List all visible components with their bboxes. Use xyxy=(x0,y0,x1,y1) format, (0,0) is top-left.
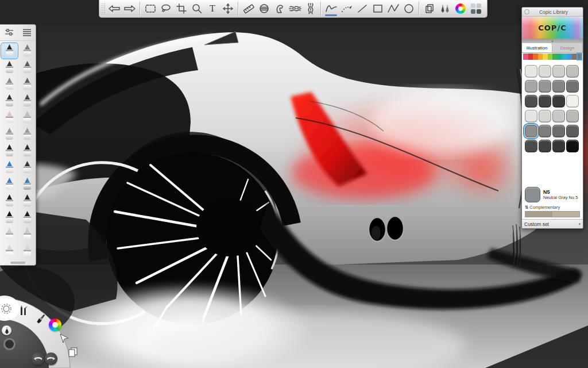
cursor-icon[interactable] xyxy=(58,332,71,344)
brush-soft-brush-angled[interactable] xyxy=(18,209,36,226)
layers-icon[interactable] xyxy=(67,346,79,358)
color-swatch-17[interactable] xyxy=(539,125,551,137)
draw-ellipse-tool-button[interactable] xyxy=(401,1,416,17)
brush-mop-brush-2[interactable] xyxy=(18,243,36,259)
redo-tool-button[interactable] xyxy=(122,1,137,17)
brush-palette-tool-button[interactable] xyxy=(437,1,452,17)
brush-bullet-tip-pen[interactable] xyxy=(1,76,18,93)
hue-swatch-4[interactable] xyxy=(543,53,548,60)
color-swatch-19[interactable] xyxy=(566,125,579,137)
copic-tab-illustration[interactable]: Illustration xyxy=(522,43,552,52)
color-swatch-5[interactable] xyxy=(539,80,551,93)
brush-paint-can[interactable] xyxy=(1,126,18,143)
zoom-tool-button[interactable] xyxy=(189,1,204,17)
brush-mop-brush[interactable] xyxy=(1,243,18,259)
draw-line-tool-button[interactable] xyxy=(354,1,370,17)
draw-dotted-curve-tool-button[interactable] xyxy=(339,1,354,17)
brush-marker-chisel[interactable] xyxy=(1,59,18,76)
color-swatch-8[interactable] xyxy=(525,95,537,108)
select-lasso-tool-button[interactable] xyxy=(158,1,173,17)
color-swatch-20[interactable] xyxy=(525,140,537,152)
color-swatch-2[interactable] xyxy=(552,65,565,78)
color-swatch-22[interactable] xyxy=(552,140,565,152)
ruler-tool-button[interactable] xyxy=(241,1,256,17)
french-curve-tool-button[interactable] xyxy=(272,1,287,17)
brush-marker-angled[interactable] xyxy=(18,59,36,76)
close-icon[interactable] xyxy=(524,9,529,14)
color-swatch-10[interactable] xyxy=(552,95,565,108)
brush-chisel-blue[interactable] xyxy=(1,176,18,193)
color-wheel-icon[interactable] xyxy=(49,319,61,331)
hue-swatch-0[interactable] xyxy=(523,53,528,60)
brush-eraser-soft[interactable] xyxy=(1,109,18,126)
brush-airbrush[interactable] xyxy=(18,43,36,59)
copic-collapse-handle[interactable]: ▴ xyxy=(522,39,583,43)
copic-library-tool-button[interactable] xyxy=(468,1,483,17)
hue-swatch-10[interactable] xyxy=(572,53,577,60)
custom-set-row[interactable]: Custom set ▾ xyxy=(522,219,583,228)
brush-settings-icon[interactable] xyxy=(2,26,16,39)
hue-swatch-8[interactable] xyxy=(562,53,567,60)
brush-texture-brush-2[interactable] xyxy=(18,226,36,243)
color-swatch-11[interactable] xyxy=(566,95,579,108)
crop-tool-button[interactable] xyxy=(173,1,189,17)
brush-library-icon[interactable] xyxy=(20,26,34,39)
color-swatch-7[interactable] xyxy=(566,80,579,93)
toolbar-drag-handle[interactable] xyxy=(100,2,105,15)
color-swatch-1[interactable] xyxy=(539,65,551,78)
color-swatch-13[interactable] xyxy=(539,110,551,122)
brush-blue-tip-marker[interactable] xyxy=(1,159,18,176)
tools-icon[interactable] xyxy=(17,304,30,317)
brush-pencil[interactable] xyxy=(1,43,18,59)
brush-panel-resize-handle[interactable] xyxy=(0,261,36,265)
symmetry-y-tool-button[interactable] xyxy=(287,1,303,17)
brush-texture-brush[interactable] xyxy=(1,226,18,243)
hue-swatch-5[interactable] xyxy=(548,53,553,60)
select-marquee-tool-button[interactable] xyxy=(142,1,158,17)
color-swatch-23[interactable] xyxy=(566,140,579,152)
color-swatch-15[interactable] xyxy=(566,110,579,122)
brush-eraser-hard[interactable] xyxy=(18,109,36,126)
color-swatch-16[interactable] xyxy=(525,125,537,137)
complementary-colors-bar[interactable] xyxy=(525,211,580,217)
color-swatch-3[interactable] xyxy=(566,65,579,78)
complementary-swap-icon[interactable]: ⇅ xyxy=(525,205,528,210)
draw-stroke-tool-button[interactable] xyxy=(323,1,339,17)
color-swatch-12[interactable] xyxy=(525,110,537,122)
draw-rectangle-tool-button[interactable] xyxy=(370,1,385,17)
brush-chisel-blue-wide[interactable] xyxy=(18,176,36,193)
hue-swatch-1[interactable] xyxy=(528,53,533,60)
color-puck[interactable] xyxy=(3,338,16,350)
brush-paint-can-2[interactable] xyxy=(18,126,36,143)
brush-icon[interactable] xyxy=(34,313,47,325)
hue-swatch-7[interactable] xyxy=(558,53,563,60)
brush-round-brush-small[interactable] xyxy=(1,193,18,209)
hue-swatch-6[interactable] xyxy=(552,53,558,60)
symmetry-x-tool-button[interactable] xyxy=(303,1,318,17)
brush-dark-marker[interactable] xyxy=(1,143,18,159)
color-swatch-21[interactable] xyxy=(539,140,551,152)
brush-cone-marker[interactable] xyxy=(1,93,18,109)
corner-gear-icon[interactable] xyxy=(0,302,13,315)
brush-soft-brush-black[interactable] xyxy=(1,209,18,226)
hue-swatch-9[interactable] xyxy=(567,53,572,60)
brush-dark-marker-2[interactable] xyxy=(18,143,36,159)
color-swatch-0[interactable] xyxy=(525,65,537,78)
text-tool-button[interactable]: T xyxy=(204,1,220,17)
layer-editor-tool-button[interactable] xyxy=(421,1,437,17)
complementary-color-1[interactable] xyxy=(552,212,579,217)
hue-swatch-11[interactable] xyxy=(577,53,582,60)
undo-button[interactable] xyxy=(32,352,44,365)
draw-polyline-tool-button[interactable] xyxy=(385,1,401,17)
color-swatch-18[interactable] xyxy=(552,125,565,137)
brush-sharp-pencil[interactable] xyxy=(18,159,36,176)
color-swatch-14[interactable] xyxy=(552,110,565,122)
hue-swatch-3[interactable] xyxy=(538,53,543,60)
complementary-color-0[interactable] xyxy=(525,212,552,217)
color-swatch-6[interactable] xyxy=(552,80,565,93)
hue-swatch-2[interactable] xyxy=(533,53,538,60)
brush-round-brush-small-2[interactable] xyxy=(18,193,36,209)
color-swatch-9[interactable] xyxy=(539,95,551,108)
brush-detail-nib[interactable] xyxy=(18,76,36,93)
redo-button[interactable] xyxy=(45,352,57,365)
